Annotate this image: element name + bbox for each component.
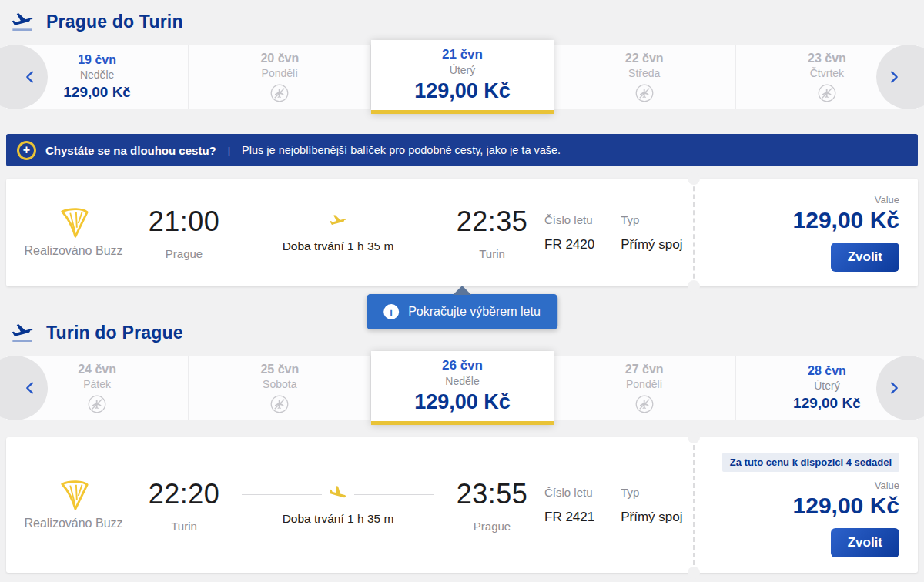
no-flight-icon <box>88 395 106 413</box>
departure-time: 22:20 <box>141 478 227 510</box>
fare-price: 129,00 Kč <box>793 207 899 233</box>
departure-city: Turin <box>141 520 227 533</box>
arrival-city: Prague <box>449 520 535 533</box>
flight-number-block: Číslo letu FR 2421 <box>544 486 594 525</box>
flight-path-line <box>242 212 434 232</box>
outbound-flight-details: Realizováno Buzz 21:00 Prague Doba trván… <box>6 179 693 286</box>
operator-name: Realizováno Buzz <box>24 244 122 258</box>
day-label: Pondělí <box>262 67 298 79</box>
date-option-20-cvn[interactable]: 20 čvn Pondělí <box>189 45 371 109</box>
buzz-harp-logo-icon <box>56 207 92 239</box>
date-option-26-cvn-selected[interactable]: 26 čvn Neděle 129,00 Kč <box>371 351 553 425</box>
continue-selection-tooltip: i Pokračujte výběrem letu <box>367 294 557 329</box>
inbound-fare-section: Za tuto cenu k dispozici 4 sedadel Value… <box>693 437 918 573</box>
outbound-select-button[interactable]: Zvolit <box>831 242 899 272</box>
flight-number-block: Číslo letu FR 2420 <box>544 213 594 253</box>
duration-block: Doba trvání 1 h 35 m <box>227 484 449 526</box>
info-icon: i <box>383 304 399 319</box>
flight-type-block: Typ Přímý spoj <box>621 213 682 253</box>
tooltip-text: Pokračujte výběrem letu <box>408 305 541 319</box>
day-label: Úterý <box>450 64 475 76</box>
day-label: Pondělí <box>626 378 662 390</box>
no-flight-icon <box>818 84 836 102</box>
flight-meta: Číslo letu FR 2420 Typ Přímý spoj <box>535 213 693 253</box>
date-price: 129,00 Kč <box>793 395 861 412</box>
inbound-title: Turin do Prague <box>46 323 183 343</box>
date-label: 19 čvn <box>78 53 116 67</box>
promo-banner-title: Chystáte se na dlouhou cestu? <box>45 144 216 157</box>
fare-type-label: Value <box>875 194 899 206</box>
departure-block: 22:20 Turin <box>141 478 227 533</box>
fare-price: 129,00 Kč <box>793 493 899 519</box>
flight-takeoff-icon <box>9 9 35 34</box>
date-price: 129,00 Kč <box>414 79 511 103</box>
promo-banner-separator: | <box>228 145 230 156</box>
duration-block: Doba trvání 1 h 35 m <box>227 212 449 253</box>
flight-type-value: Přímý spoj <box>621 237 682 253</box>
operator-block: Realizováno Buzz <box>6 480 141 530</box>
flight-type-block: Typ Přímý spoj <box>621 486 682 525</box>
date-label: 27 čvn <box>625 363 664 376</box>
inbound-select-button[interactable]: Zvolit <box>831 528 899 557</box>
date-option-25-cvn[interactable]: 25 čvn Sobota <box>189 356 371 420</box>
arrival-time: 22:35 <box>449 206 535 238</box>
flight-type-label: Typ <box>621 213 682 226</box>
no-flight-icon <box>270 84 289 102</box>
chevron-right-icon <box>886 69 902 85</box>
flight-number-value: FR 2421 <box>544 510 594 525</box>
date-label: 22 čvn <box>625 52 664 65</box>
day-label: Čtvrtek <box>810 67 844 79</box>
day-label: Neděle <box>80 69 114 81</box>
date-label: 24 čvn <box>78 363 116 376</box>
date-price: 129,00 Kč <box>414 390 511 414</box>
date-option-21-cvn-selected[interactable]: 21 čvn Úterý 129,00 Kč <box>371 40 553 114</box>
ticket-notch <box>688 172 700 185</box>
outbound-title: Prague do Turin <box>46 12 183 32</box>
date-label: 28 čvn <box>808 364 846 378</box>
duration-text: Doba trvání 1 h 35 m <box>283 512 394 526</box>
fare-type-label: Value <box>875 480 899 491</box>
takeoff-plane-icon <box>328 212 348 232</box>
outbound-date-carousel: 19 čvn Neděle 129,00 Kč 20 čvn Pondělí 2… <box>6 40 918 114</box>
arrival-time: 23:55 <box>449 478 535 510</box>
promo-banner-subtitle: Plus je nejoblíbenější balíček pro podob… <box>242 144 561 156</box>
flight-meta: Číslo letu FR 2421 Typ Přímý spoj <box>535 486 693 525</box>
buzz-harp-logo-icon <box>56 480 92 512</box>
chevron-left-icon <box>22 69 38 85</box>
date-label: 23 čvn <box>808 52 846 65</box>
date-option-22-cvn[interactable]: 22 čvn Středa <box>554 45 736 109</box>
no-flight-icon <box>270 395 289 413</box>
flight-path-line <box>242 484 434 504</box>
operator-name: Realizováno Buzz <box>24 517 122 530</box>
flight-selection-page: Prague do Turin 19 čvn Neděle 129,00 Kč … <box>0 0 924 582</box>
seats-availability-badge: Za tuto cenu k dispozici 4 sedadel <box>722 453 899 472</box>
promo-banner[interactable]: + Chystáte se na dlouhou cestu? | Plus j… <box>6 134 918 166</box>
arrival-city: Turin <box>449 247 535 260</box>
departure-city: Prague <box>141 247 227 260</box>
flight-type-value: Přímý spoj <box>621 510 682 525</box>
no-flight-icon <box>635 395 654 413</box>
date-label: 21 čvn <box>442 47 483 62</box>
outbound-fare-section: Value 129,00 Kč Zvolit <box>693 179 918 286</box>
date-label: 26 čvn <box>442 358 483 373</box>
flight-type-label: Typ <box>621 486 682 499</box>
ticket-notch <box>688 280 700 293</box>
duration-text: Doba trvání 1 h 35 m <box>283 239 394 253</box>
flight-number-value: FR 2420 <box>544 237 594 253</box>
day-label: Středa <box>628 67 660 79</box>
inbound-flight-details: Realizováno Buzz 22:20 Turin Doba trvání… <box>6 437 693 573</box>
tooltip-arrow <box>453 286 471 295</box>
day-label: Úterý <box>814 380 839 392</box>
date-option-27-cvn[interactable]: 27 čvn Pondělí <box>554 356 736 420</box>
arrival-block: 22:35 Turin <box>449 206 535 260</box>
date-label: 25 čvn <box>260 363 299 376</box>
outbound-header: Prague do Turin <box>6 0 918 38</box>
ticket-notch <box>688 431 700 443</box>
operator-block: Realizováno Buzz <box>6 207 141 258</box>
flight-number-label: Číslo letu <box>544 486 594 499</box>
day-label: Sobota <box>263 378 296 390</box>
arrival-block: 23:55 Prague <box>449 478 535 533</box>
outbound-flight-card: Realizováno Buzz 21:00 Prague Doba trván… <box>6 179 918 286</box>
departure-time: 21:00 <box>141 206 227 238</box>
ticket-notch <box>688 567 700 579</box>
